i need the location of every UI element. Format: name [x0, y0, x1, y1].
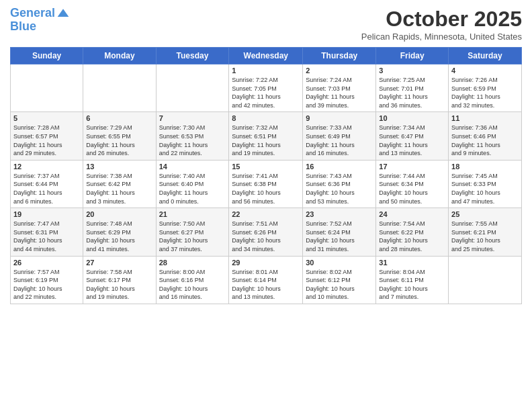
day-number: 25: [451, 210, 519, 218]
day-info: Sunrise: 7:47 AM Sunset: 6:31 PM Dayligh…: [13, 220, 80, 253]
calendar-cell: 27Sunrise: 7:58 AM Sunset: 6:17 PM Dayli…: [83, 256, 156, 304]
col-wednesday: Wednesday: [229, 48, 303, 64]
calendar-cell: [449, 256, 522, 304]
day-number: 12: [13, 163, 80, 171]
day-info: Sunrise: 7:28 AM Sunset: 6:57 PM Dayligh…: [13, 124, 80, 157]
day-info: Sunrise: 8:00 AM Sunset: 6:16 PM Dayligh…: [159, 268, 226, 302]
col-saturday: Saturday: [449, 48, 522, 64]
day-number: 14: [159, 163, 226, 171]
day-info: Sunrise: 7:26 AM Sunset: 6:59 PM Dayligh…: [451, 76, 519, 109]
day-info: Sunrise: 7:22 AM Sunset: 7:05 PM Dayligh…: [232, 76, 300, 109]
calendar-cell: 4Sunrise: 7:26 AM Sunset: 6:59 PM Daylig…: [449, 64, 522, 112]
day-number: 2: [306, 66, 373, 75]
col-thursday: Thursday: [303, 48, 376, 64]
calendar-cell: 17Sunrise: 7:44 AM Sunset: 6:34 PM Dayli…: [376, 160, 449, 208]
calendar-cell: 11Sunrise: 7:36 AM Sunset: 6:46 PM Dayli…: [449, 112, 522, 160]
day-number: 17: [379, 163, 445, 171]
calendar-cell: 19Sunrise: 7:47 AM Sunset: 6:31 PM Dayli…: [11, 208, 83, 256]
day-info: Sunrise: 7:34 AM Sunset: 6:47 PM Dayligh…: [379, 124, 445, 157]
day-number: 10: [379, 114, 445, 122]
day-info: Sunrise: 7:52 AM Sunset: 6:24 PM Dayligh…: [306, 220, 373, 253]
day-info: Sunrise: 8:02 AM Sunset: 6:12 PM Dayligh…: [306, 268, 373, 302]
calendar-cell: 6Sunrise: 7:29 AM Sunset: 6:55 PM Daylig…: [83, 112, 156, 160]
day-info: Sunrise: 7:33 AM Sunset: 6:49 PM Dayligh…: [306, 124, 373, 157]
calendar-cell: 9Sunrise: 7:33 AM Sunset: 6:49 PM Daylig…: [303, 112, 376, 160]
day-info: Sunrise: 7:58 AM Sunset: 6:17 PM Dayligh…: [86, 268, 152, 302]
calendar-cell: 7Sunrise: 7:30 AM Sunset: 6:53 PM Daylig…: [156, 112, 229, 160]
day-number: 23: [306, 210, 373, 218]
logo: General Blue: [10, 7, 70, 34]
day-number: 13: [86, 163, 152, 171]
calendar-cell: 20Sunrise: 7:48 AM Sunset: 6:29 PM Dayli…: [83, 208, 156, 256]
day-number: 4: [451, 66, 519, 75]
day-number: 6: [86, 114, 152, 122]
day-number: 24: [379, 210, 445, 218]
calendar-cell: 16Sunrise: 7:43 AM Sunset: 6:36 PM Dayli…: [303, 160, 376, 208]
calendar-cell: 25Sunrise: 7:55 AM Sunset: 6:21 PM Dayli…: [449, 208, 522, 256]
day-info: Sunrise: 8:04 AM Sunset: 6:11 PM Dayligh…: [379, 268, 445, 302]
day-info: Sunrise: 7:40 AM Sunset: 6:40 PM Dayligh…: [159, 172, 226, 205]
day-number: 28: [159, 259, 226, 267]
week-row-1: 5Sunrise: 7:28 AM Sunset: 6:57 PM Daylig…: [11, 112, 522, 160]
col-sunday: Sunday: [11, 48, 83, 64]
calendar-cell: 10Sunrise: 7:34 AM Sunset: 6:47 PM Dayli…: [376, 112, 449, 160]
calendar-cell: 15Sunrise: 7:41 AM Sunset: 6:38 PM Dayli…: [229, 160, 303, 208]
day-info: Sunrise: 7:25 AM Sunset: 7:01 PM Dayligh…: [379, 76, 445, 109]
week-row-4: 26Sunrise: 7:57 AM Sunset: 6:19 PM Dayli…: [11, 256, 522, 304]
header: General Blue October 2025 Pelican Rapids…: [10, 7, 522, 42]
day-info: Sunrise: 7:45 AM Sunset: 6:33 PM Dayligh…: [451, 172, 519, 205]
logo-blue: Blue: [10, 20, 70, 34]
day-number: 1: [232, 66, 300, 75]
logo-icon: [56, 7, 70, 20]
day-info: Sunrise: 7:51 AM Sunset: 6:26 PM Dayligh…: [232, 220, 300, 253]
day-info: Sunrise: 7:43 AM Sunset: 6:36 PM Dayligh…: [306, 172, 373, 205]
calendar-cell: 13Sunrise: 7:38 AM Sunset: 6:42 PM Dayli…: [83, 160, 156, 208]
calendar-cell: 14Sunrise: 7:40 AM Sunset: 6:40 PM Dayli…: [156, 160, 229, 208]
calendar-header-row: Sunday Monday Tuesday Wednesday Thursday…: [11, 48, 522, 64]
location: Pelican Rapids, Minnesota, United States: [361, 32, 522, 42]
calendar-cell: 23Sunrise: 7:52 AM Sunset: 6:24 PM Dayli…: [303, 208, 376, 256]
day-info: Sunrise: 7:48 AM Sunset: 6:29 PM Dayligh…: [86, 220, 152, 253]
day-number: 27: [86, 259, 152, 267]
col-friday: Friday: [376, 48, 449, 64]
page: General Blue October 2025 Pelican Rapids…: [0, 0, 532, 411]
day-number: 31: [379, 259, 445, 267]
day-info: Sunrise: 7:57 AM Sunset: 6:19 PM Dayligh…: [13, 268, 80, 302]
calendar-cell: 8Sunrise: 7:32 AM Sunset: 6:51 PM Daylig…: [229, 112, 303, 160]
day-info: Sunrise: 7:24 AM Sunset: 7:03 PM Dayligh…: [306, 76, 373, 109]
day-number: 18: [451, 163, 519, 171]
day-info: Sunrise: 7:44 AM Sunset: 6:34 PM Dayligh…: [379, 172, 445, 205]
day-number: 29: [232, 259, 300, 267]
day-info: Sunrise: 7:32 AM Sunset: 6:51 PM Dayligh…: [232, 124, 300, 157]
calendar-cell: [156, 64, 229, 112]
day-info: Sunrise: 7:55 AM Sunset: 6:21 PM Dayligh…: [451, 220, 519, 253]
day-info: Sunrise: 7:37 AM Sunset: 6:44 PM Dayligh…: [13, 172, 80, 205]
day-number: 3: [379, 66, 445, 75]
calendar-cell: 26Sunrise: 7:57 AM Sunset: 6:19 PM Dayli…: [11, 256, 83, 304]
calendar-cell: 2Sunrise: 7:24 AM Sunset: 7:03 PM Daylig…: [303, 64, 376, 112]
calendar-cell: 1Sunrise: 7:22 AM Sunset: 7:05 PM Daylig…: [229, 64, 303, 112]
calendar-cell: [83, 64, 156, 112]
logo-general: General: [10, 6, 55, 19]
calendar-cell: 29Sunrise: 8:01 AM Sunset: 6:14 PM Dayli…: [229, 256, 303, 304]
calendar-cell: [11, 64, 83, 112]
day-info: Sunrise: 7:54 AM Sunset: 6:22 PM Dayligh…: [379, 220, 445, 253]
day-number: 26: [13, 259, 80, 267]
calendar: Sunday Monday Tuesday Wednesday Thursday…: [10, 47, 522, 304]
calendar-cell: 3Sunrise: 7:25 AM Sunset: 7:01 PM Daylig…: [376, 64, 449, 112]
logo-text: General: [10, 7, 55, 20]
day-number: 22: [232, 210, 300, 218]
calendar-cell: 22Sunrise: 7:51 AM Sunset: 6:26 PM Dayli…: [229, 208, 303, 256]
day-number: 7: [159, 114, 226, 122]
calendar-cell: 12Sunrise: 7:37 AM Sunset: 6:44 PM Dayli…: [11, 160, 83, 208]
calendar-cell: 18Sunrise: 7:45 AM Sunset: 6:33 PM Dayli…: [449, 160, 522, 208]
day-info: Sunrise: 7:30 AM Sunset: 6:53 PM Dayligh…: [159, 124, 226, 157]
day-number: 30: [306, 259, 373, 267]
day-info: Sunrise: 8:01 AM Sunset: 6:14 PM Dayligh…: [232, 268, 300, 302]
day-info: Sunrise: 7:29 AM Sunset: 6:55 PM Dayligh…: [86, 124, 152, 157]
day-number: 5: [13, 114, 80, 122]
day-info: Sunrise: 7:36 AM Sunset: 6:46 PM Dayligh…: [451, 124, 519, 157]
week-row-2: 12Sunrise: 7:37 AM Sunset: 6:44 PM Dayli…: [11, 160, 522, 208]
day-number: 8: [232, 114, 300, 122]
day-info: Sunrise: 7:50 AM Sunset: 6:27 PM Dayligh…: [159, 220, 226, 253]
